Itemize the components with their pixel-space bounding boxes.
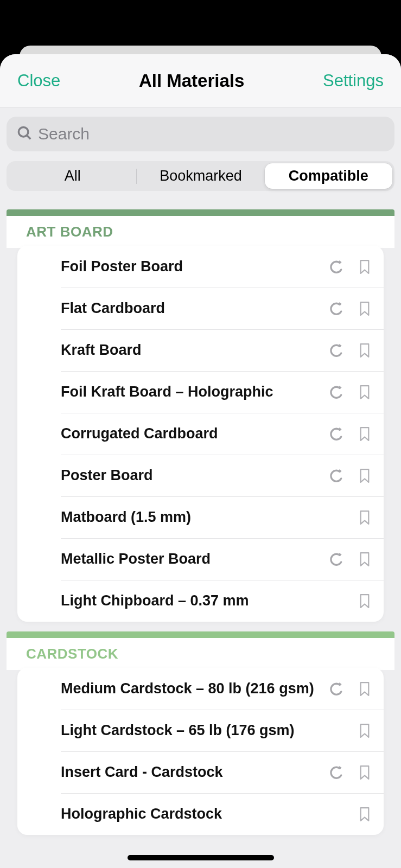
bookmark-icon[interactable] <box>359 765 371 780</box>
material-row[interactable]: Matboard (1.5 mm) <box>17 496 384 538</box>
material-label: Foil Kraft Board – Holographic <box>61 373 328 411</box>
tab-all[interactable]: All <box>9 163 136 189</box>
page-title: All Materials <box>139 71 244 91</box>
group-stripe <box>7 209 394 216</box>
controls-area: All Bookmarked Compatible <box>0 108 401 200</box>
material-label: Flat Cardboard <box>61 289 328 328</box>
bookmark-icon[interactable] <box>359 385 371 400</box>
group-cardstock: CARDSTOCKMedium Cardstock – 80 lb (216 g… <box>7 631 394 835</box>
group-title: ART BOARD <box>26 224 375 240</box>
row-icons <box>328 681 371 697</box>
row-icons <box>328 551 371 567</box>
material-label: Metallic Poster Board <box>61 540 328 578</box>
bookmark-icon[interactable] <box>359 510 371 525</box>
bookmark-icon[interactable] <box>359 468 371 483</box>
material-row[interactable]: Foil Poster Board <box>17 246 384 288</box>
materials-card: Medium Cardstock – 80 lb (216 gsm)Light … <box>17 668 384 835</box>
material-row[interactable]: Foil Kraft Board – Holographic <box>17 371 384 413</box>
sheet-header: Close All Materials Settings <box>0 54 401 108</box>
home-indicator <box>128 855 274 860</box>
material-label: Foil Poster Board <box>61 247 328 286</box>
search-icon <box>16 125 33 143</box>
bookmark-icon[interactable] <box>359 593 371 609</box>
row-icons <box>359 723 371 738</box>
group-title: CARDSTOCK <box>26 646 375 662</box>
cricut-icon <box>328 301 345 317</box>
material-label: Insert Card - Cardstock <box>61 753 328 792</box>
materials-card: Foil Poster BoardFlat CardboardKraft Boa… <box>17 246 384 622</box>
bookmark-icon[interactable] <box>359 552 371 567</box>
row-icons <box>359 510 371 525</box>
row-icons <box>328 384 371 400</box>
bookmark-icon[interactable] <box>359 343 371 358</box>
row-icons <box>328 342 371 359</box>
row-icons <box>328 301 371 317</box>
material-row[interactable]: Holographic Cardstock <box>17 793 384 835</box>
bookmark-icon[interactable] <box>359 723 371 738</box>
row-icons <box>359 593 371 609</box>
cricut-icon <box>328 342 345 359</box>
search-field[interactable] <box>7 117 394 151</box>
materials-list[interactable]: ART BOARDFoil Poster BoardFlat Cardboard… <box>0 209 401 835</box>
material-label: Kraft Board <box>61 331 328 369</box>
close-button[interactable]: Close <box>17 71 60 91</box>
bookmark-icon[interactable] <box>359 681 371 697</box>
cricut-icon <box>328 426 345 442</box>
material-label: Light Chipboard – 0.37 mm <box>61 582 359 620</box>
material-label: Medium Cardstock – 80 lb (216 gsm) <box>61 669 328 708</box>
group-header: ART BOARD <box>7 216 394 248</box>
row-icons <box>328 259 371 275</box>
bookmark-icon[interactable] <box>359 301 371 316</box>
modal-sheet: Close All Materials Settings All Bookmar… <box>0 54 401 868</box>
bookmark-icon[interactable] <box>359 807 371 822</box>
tab-compatible[interactable]: Compatible <box>265 163 392 189</box>
svg-point-0 <box>18 127 28 137</box>
group-header: CARDSTOCK <box>7 638 394 670</box>
bookmark-icon[interactable] <box>359 426 371 442</box>
group-art-board: ART BOARDFoil Poster BoardFlat Cardboard… <box>7 209 394 622</box>
bookmark-icon[interactable] <box>359 259 371 275</box>
row-icons <box>328 426 371 442</box>
material-row[interactable]: Flat Cardboard <box>17 288 384 329</box>
segmented-control: All Bookmarked Compatible <box>7 161 394 191</box>
material-label: Holographic Cardstock <box>61 795 359 833</box>
material-label: Corrugated Cardboard <box>61 414 328 453</box>
cricut-icon <box>328 259 345 275</box>
row-icons <box>328 764 371 781</box>
cricut-icon <box>328 681 345 697</box>
material-row[interactable]: Medium Cardstock – 80 lb (216 gsm) <box>17 668 384 710</box>
material-row[interactable]: Light Chipboard – 0.37 mm <box>17 580 384 622</box>
material-label: Poster Board <box>61 456 328 495</box>
svg-line-1 <box>27 136 31 139</box>
cricut-icon <box>328 551 345 567</box>
row-icons <box>328 468 371 484</box>
cricut-icon <box>328 468 345 484</box>
search-input[interactable] <box>38 125 385 143</box>
material-label: Matboard (1.5 mm) <box>61 498 359 537</box>
material-row[interactable]: Kraft Board <box>17 329 384 371</box>
material-row[interactable]: Light Cardstock – 65 lb (176 gsm) <box>17 710 384 751</box>
material-row[interactable]: Corrugated Cardboard <box>17 413 384 455</box>
cricut-icon <box>328 764 345 781</box>
cricut-icon <box>328 384 345 400</box>
material-row[interactable]: Metallic Poster Board <box>17 538 384 580</box>
material-label: Light Cardstock – 65 lb (176 gsm) <box>61 711 359 750</box>
material-row[interactable]: Poster Board <box>17 455 384 496</box>
group-stripe <box>7 631 394 638</box>
material-row[interactable]: Insert Card - Cardstock <box>17 751 384 793</box>
settings-button[interactable]: Settings <box>323 71 384 91</box>
row-icons <box>359 807 371 822</box>
tab-bookmarked[interactable]: Bookmarked <box>137 163 264 189</box>
